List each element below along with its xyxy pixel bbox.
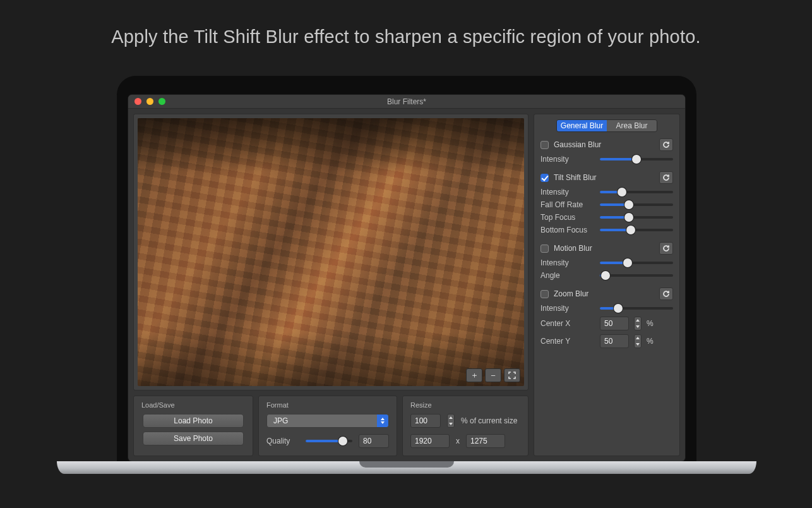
right-column: General Blur Area Blur Gaussian Blur Int… (534, 114, 680, 456)
format-panel: Format JPG Quality (258, 396, 397, 456)
preview-panel: ＋ − (133, 114, 528, 390)
tiltshift-intensity-slider[interactable] (600, 191, 673, 193)
tiltshift-intensity-label: Intensity (540, 188, 595, 197)
resize-title: Resize (410, 401, 520, 409)
save-photo-button[interactable]: Save Photo (143, 432, 244, 445)
gaussian-reset-button[interactable] (659, 138, 673, 151)
refresh-icon (662, 141, 670, 148)
blur-tabs: General Blur Area Blur (556, 119, 657, 132)
motion-angle-row: Angle (540, 271, 673, 280)
quality-row: Quality (266, 434, 389, 448)
filters-panel: General Blur Area Blur Gaussian Blur Int… (534, 114, 680, 456)
motion-intensity-label: Intensity (540, 258, 595, 267)
format-title: Format (266, 401, 389, 409)
left-column: ＋ − Load/Save Load Photo Sav (133, 114, 528, 456)
zoom-fit-button[interactable] (504, 368, 520, 382)
zoom-window-icon[interactable] (158, 98, 165, 105)
tagline: Apply the Tilt Shift Blur effect to shar… (0, 0, 812, 47)
motion-label: Motion Blur (554, 244, 654, 253)
zoom-centery-suffix: % (647, 337, 654, 346)
tiltshift-topfocus-slider[interactable] (600, 216, 673, 219)
bottom-row: Load/Save Load Photo Save Photo Format J… (133, 396, 528, 456)
gaussian-label: Gaussian Blur (554, 140, 654, 149)
tiltshift-label: Tilt Shift Blur (554, 173, 654, 182)
resize-percent-stepper[interactable] (447, 414, 455, 428)
zoom-out-button[interactable]: − (485, 368, 501, 382)
gaussian-intensity-label: Intensity (540, 155, 595, 164)
zoom-centerx-input[interactable] (600, 317, 629, 330)
refresh-icon (662, 245, 670, 252)
tiltshift-header: Tilt Shift Blur (540, 171, 673, 184)
zoom-centerx-label: Center X (540, 319, 595, 328)
motion-angle-slider[interactable] (600, 274, 673, 277)
refresh-icon (662, 290, 670, 298)
refresh-icon (662, 174, 670, 181)
gaussian-intensity-slider[interactable] (600, 158, 673, 160)
motion-intensity-slider[interactable] (600, 262, 673, 264)
tiltshift-botfocus-row: Bottom Focus (540, 226, 673, 234)
zoom-reset-button[interactable] (659, 287, 673, 300)
laptop-frame: Blur Filters* ＋ − (117, 76, 696, 461)
zoom-centerx-row: Center X % (540, 317, 673, 330)
resize-separator: x (456, 437, 460, 445)
gaussian-checkbox[interactable] (540, 141, 549, 149)
photo-preview (138, 118, 524, 386)
app-window: Blur Filters* ＋ − (128, 95, 685, 461)
load-photo-button[interactable]: Load Photo (143, 414, 244, 428)
titlebar: Blur Filters* (128, 95, 685, 109)
resize-percent-input[interactable] (410, 414, 441, 428)
tiltshift-topfocus-label: Top Focus (540, 213, 595, 222)
zoom-intensity-label: Intensity (540, 304, 595, 313)
motion-reset-button[interactable] (659, 242, 673, 255)
zoom-intensity-slider[interactable] (600, 307, 673, 310)
tiltshift-topfocus-row: Top Focus (540, 213, 673, 222)
tiltshift-falloff-label: Fall Off Rate (540, 200, 595, 209)
traffic-lights (128, 98, 165, 105)
quality-label: Quality (266, 437, 299, 445)
resize-height-input[interactable] (466, 434, 505, 448)
resize-width-input[interactable] (410, 434, 450, 448)
zoom-centerx-stepper[interactable] (634, 317, 642, 330)
quality-input[interactable] (359, 434, 389, 448)
zoom-centery-label: Center Y (540, 337, 595, 346)
minimize-icon[interactable] (146, 98, 153, 105)
zoom-label: Zoom Blur (554, 289, 654, 298)
resize-panel: Resize % of current size x (402, 396, 528, 456)
tiltshift-intensity-row: Intensity (540, 188, 673, 197)
zoom-centery-input[interactable] (600, 334, 629, 348)
tiltshift-botfocus-label: Bottom Focus (540, 226, 595, 234)
quality-slider[interactable] (306, 440, 352, 442)
zoom-in-button[interactable]: ＋ (466, 368, 482, 382)
gaussian-header: Gaussian Blur (540, 138, 673, 151)
laptop-notch (359, 461, 454, 468)
minus-icon: − (491, 371, 496, 380)
loadsave-panel: Load/Save Load Photo Save Photo (133, 396, 253, 456)
resize-dimensions-row: x (410, 434, 520, 448)
gaussian-intensity-row: Intensity (540, 155, 673, 164)
tiltshift-botfocus-slider[interactable] (600, 229, 673, 231)
expand-icon (508, 372, 516, 379)
zoom-intensity-row: Intensity (540, 304, 673, 313)
motion-angle-label: Angle (540, 271, 595, 280)
zoom-centery-row: Center Y % (540, 334, 673, 348)
zoom-centerx-suffix: % (647, 319, 654, 328)
close-icon[interactable] (134, 98, 141, 105)
laptop-base (57, 461, 756, 474)
resize-percent-row: % of current size (410, 414, 520, 428)
tiltshift-checkbox[interactable] (540, 174, 549, 182)
tab-general-blur[interactable]: General Blur (557, 120, 607, 131)
zoom-checkbox[interactable] (540, 290, 549, 298)
loadsave-title: Load/Save (141, 401, 245, 409)
tiltshift-reset-button[interactable] (659, 171, 673, 184)
tiltshift-falloff-row: Fall Off Rate (540, 200, 673, 209)
plus-icon: ＋ (470, 370, 479, 381)
window-title: Blur Filters* (128, 97, 685, 106)
motion-intensity-row: Intensity (540, 258, 673, 267)
zoom-centery-stepper[interactable] (634, 334, 642, 348)
content: ＋ − Load/Save Load Photo Sav (128, 109, 685, 461)
tiltshift-falloff-slider[interactable] (600, 203, 673, 206)
zoom-header: Zoom Blur (540, 287, 673, 300)
format-select[interactable]: JPG (266, 414, 389, 428)
tab-area-blur[interactable]: Area Blur (607, 120, 657, 131)
motion-checkbox[interactable] (540, 245, 549, 253)
